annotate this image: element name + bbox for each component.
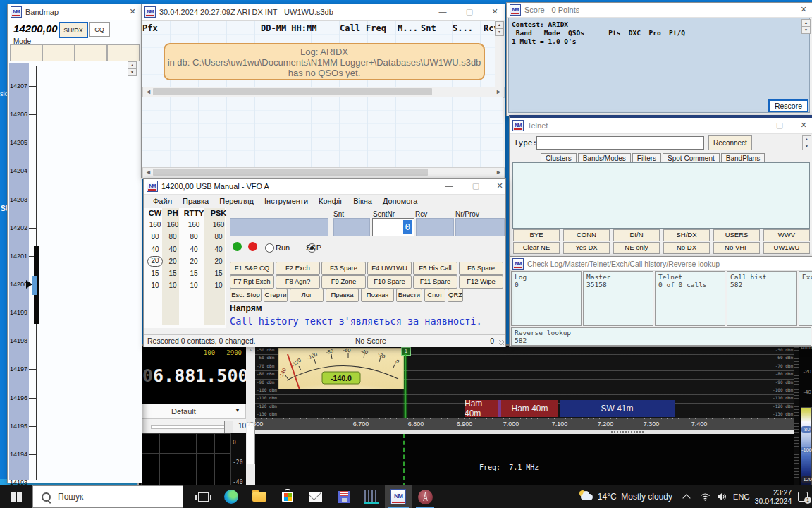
- task-view-button[interactable]: [189, 485, 217, 508]
- frequency-axis[interactable]: 6.7006.8006.9007.0007.1007.2007.3007.400…: [255, 418, 794, 430]
- band-select[interactable]: 15: [181, 268, 207, 280]
- weather-text[interactable]: 14°C Mostly cloudy: [598, 485, 672, 508]
- band-select[interactable]: 20: [147, 256, 163, 267]
- score-spinner[interactable]: ▲▼: [801, 19, 811, 33]
- network-tray-icon[interactable]: [696, 485, 713, 508]
- function-key-button[interactable]: F4 UW1WU: [367, 262, 412, 275]
- telnet-command-button[interactable]: DI/N: [613, 229, 660, 241]
- start-button[interactable]: [0, 485, 32, 508]
- edge-taskbar-icon[interactable]: [217, 485, 245, 508]
- action-button[interactable]: QRZ: [448, 289, 463, 302]
- spectrum-app-taskbar-icon[interactable]: [358, 485, 385, 508]
- volume-tray-icon[interactable]: [713, 485, 730, 508]
- band-select[interactable]: 40: [146, 244, 164, 256]
- telnet-filter-button[interactable]: No VHF: [713, 242, 760, 254]
- band-select[interactable]: 160: [207, 219, 230, 231]
- check-panel[interactable]: Call hist582: [727, 271, 797, 326]
- telnet-filter-button[interactable]: UW1WU: [763, 242, 810, 254]
- scrollbar-thumb[interactable]: [247, 422, 255, 464]
- function-key-button[interactable]: F9 Zone: [321, 275, 366, 289]
- telnet-command-button[interactable]: CONN: [563, 229, 610, 241]
- reverse-lookup-panel[interactable]: Reverse lookup582: [511, 327, 811, 346]
- bandmap-filter-box[interactable]: [10, 44, 42, 61]
- telnet-command-button[interactable]: USERS: [713, 229, 760, 241]
- band-select[interactable]: 20: [181, 256, 207, 268]
- cq-button[interactable]: CQ: [89, 22, 110, 37]
- telnet-filter-button[interactable]: Clear NE: [513, 242, 560, 254]
- band-select[interactable]: 10: [164, 280, 181, 292]
- shdx-button[interactable]: SH/DX: [59, 22, 88, 38]
- volume-slider-track[interactable]: [151, 425, 231, 429]
- callsign-field[interactable]: [230, 218, 328, 236]
- band-select[interactable]: 160: [146, 219, 164, 231]
- function-key-button[interactable]: F2 Exch: [276, 262, 320, 275]
- band-select[interactable]: 80: [181, 231, 207, 243]
- close-icon[interactable]: ✕: [794, 118, 812, 133]
- menu-item[interactable]: Допомога: [383, 197, 417, 205]
- volume-slider-handle[interactable]: [224, 421, 233, 433]
- bandmap-filter-box[interactable]: [107, 44, 140, 61]
- menu-item[interactable]: Вікна: [353, 197, 372, 205]
- log-grid-lower[interactable]: [142, 97, 503, 168]
- telnet-command-button[interactable]: WWV: [763, 229, 810, 241]
- close-icon[interactable]: ✕: [486, 4, 504, 19]
- clock-tray-item[interactable]: 23:2730.04.2024: [753, 485, 794, 508]
- telnet-command-button[interactable]: BYE: [513, 229, 560, 241]
- mail-taskbar-icon[interactable]: [302, 485, 330, 508]
- action-button[interactable]: Esc: Stop: [230, 289, 262, 302]
- check-panel[interactable]: Log0: [511, 271, 582, 326]
- snt-field[interactable]: [333, 218, 370, 236]
- entry-titlebar[interactable]: NM 14200,00 USB Manual - VFO A — ▢ ✕: [144, 179, 505, 195]
- rcv-field[interactable]: [416, 218, 454, 236]
- band-select[interactable]: 40: [164, 244, 181, 256]
- band-select[interactable]: 40: [181, 244, 207, 256]
- menu-item[interactable]: Файл: [153, 197, 172, 205]
- action-button[interactable]: Стерти: [264, 289, 288, 302]
- n1mm-taskbar-icon[interactable]: NM: [385, 485, 412, 508]
- action-button[interactable]: Лог: [290, 289, 324, 302]
- function-key-button[interactable]: F8 Agn?: [276, 275, 320, 289]
- action-button[interactable]: Внести: [396, 289, 422, 302]
- menu-item[interactable]: Конфіг: [319, 197, 343, 205]
- function-key-button[interactable]: F12 Wipe: [459, 275, 503, 289]
- function-key-button[interactable]: F5 His Call: [413, 262, 457, 275]
- search-box[interactable]: Пошук: [32, 485, 183, 508]
- log-hscrollbar-lower[interactable]: ◄►: [142, 167, 505, 179]
- telnet-filter-button[interactable]: Yes DX: [563, 242, 610, 254]
- band-select[interactable]: 160: [181, 219, 207, 231]
- function-key-button[interactable]: F1 S&P CQ: [230, 262, 274, 275]
- marker-flag[interactable]: 1: [401, 347, 411, 356]
- function-key-button[interactable]: F7 Rpt Exch: [230, 275, 274, 289]
- minimize-icon[interactable]: —: [438, 179, 460, 193]
- minimize-icon[interactable]: —: [432, 4, 453, 19]
- menu-item[interactable]: Інструменти: [264, 197, 308, 205]
- sdr-taskbar-icon[interactable]: [412, 485, 438, 508]
- close-icon[interactable]: ✕: [123, 4, 142, 19]
- rescore-button[interactable]: Rescore: [768, 99, 808, 112]
- bandmap-scale[interactable]: 1420714206142051420414203142021420114200…: [9, 83, 37, 507]
- explorer-taskbar-icon[interactable]: [245, 485, 273, 508]
- resize-grip[interactable]: [498, 339, 504, 345]
- band-select[interactable]: 10: [146, 280, 164, 292]
- score-titlebar[interactable]: NM Score - 0 Points ✕: [507, 3, 812, 18]
- sentnr-field[interactable]: 0: [372, 218, 414, 236]
- check-panel[interactable]: Master35158: [583, 271, 653, 326]
- check-titlebar[interactable]: NM Check Log/Master/Telnet/Exch/Call his…: [510, 257, 812, 271]
- function-key-button[interactable]: F6 Spare: [459, 262, 503, 275]
- telnet-filter-button[interactable]: NE only: [613, 242, 660, 254]
- maximize-icon[interactable]: ▢: [465, 179, 486, 193]
- action-button[interactable]: Правка: [326, 289, 359, 302]
- function-key-button[interactable]: F10 Spare: [367, 275, 412, 289]
- close-icon[interactable]: ✕: [491, 179, 509, 193]
- band-select[interactable]: 15: [164, 268, 181, 280]
- nrprov-field[interactable]: [455, 218, 505, 236]
- check-panel[interactable]: Excha: [799, 271, 812, 326]
- band-select[interactable]: 10: [181, 280, 207, 292]
- maximize-icon[interactable]: ▢: [769, 118, 790, 133]
- band-select[interactable]: 20: [207, 256, 230, 268]
- log-grid-upper[interactable]: DD-MM HH:MMCallFreqM...SntS...RcvPfx Log…: [142, 20, 495, 87]
- divider-grip[interactable]: [611, 431, 644, 433]
- bandmap-filter-box[interactable]: [75, 44, 107, 61]
- band-select[interactable]: 20: [164, 256, 181, 268]
- telnet-output[interactable]: [512, 162, 810, 229]
